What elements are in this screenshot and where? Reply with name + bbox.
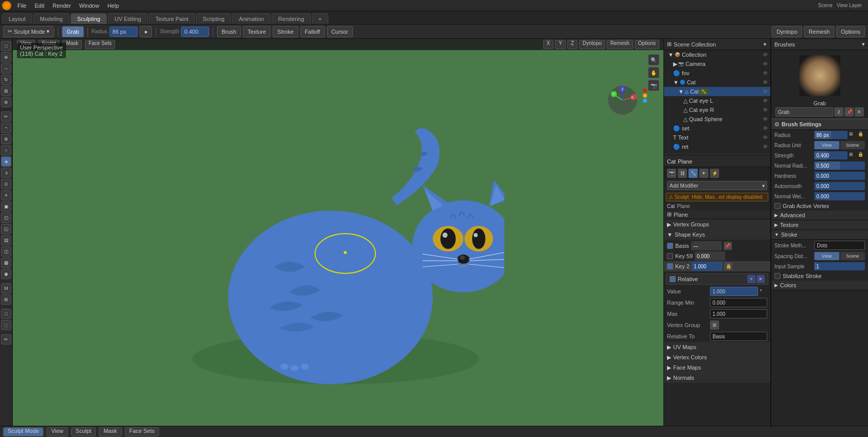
lt-multiplane-scrape[interactable]: ◱ bbox=[1, 224, 11, 234]
relative-plus[interactable]: + bbox=[747, 275, 755, 283]
remesh-btn[interactable]: Remesh bbox=[804, 26, 834, 37]
basis-pin[interactable]: 📌 bbox=[724, 242, 732, 250]
lt-layer[interactable]: ▤ bbox=[1, 235, 11, 245]
key2-lock[interactable]: 🔒 bbox=[724, 262, 732, 270]
spacing-dist-scene-btn[interactable]: Scene bbox=[840, 252, 865, 260]
tab-add[interactable]: + bbox=[312, 13, 328, 24]
modifier-icon-modifier[interactable]: 🔧 bbox=[688, 169, 698, 178]
outliner-row-fov[interactable]: 🔵 fov 👁 bbox=[664, 68, 770, 78]
sculpt-btn[interactable]: Sculpt bbox=[71, 427, 96, 436]
lt-mask[interactable]: M bbox=[1, 283, 11, 293]
radius-slider[interactable]: 86 px bbox=[814, 131, 848, 139]
normal-radius-slider[interactable]: 0.500 bbox=[814, 162, 865, 170]
ret-visibility[interactable]: 👁 bbox=[763, 144, 768, 150]
normal-weight-slider[interactable]: 0.000 bbox=[814, 192, 865, 200]
dyntopo-btn[interactable]: Dyntopo bbox=[772, 26, 802, 37]
normals-header[interactable]: ▶ Normals bbox=[664, 373, 770, 383]
lt-inflate[interactable]: ○ bbox=[1, 145, 11, 155]
grab-av-checkbox[interactable] bbox=[774, 203, 781, 209]
face-maps-header[interactable]: ▶ Face Maps bbox=[664, 362, 770, 373]
menu-help[interactable]: Help bbox=[103, 0, 123, 11]
stroke-section[interactable]: ▼ Stroke bbox=[771, 230, 868, 240]
lt-select-box[interactable]: □ bbox=[1, 41, 11, 51]
lt-cursor[interactable]: ⊕ bbox=[1, 52, 11, 62]
lt-snake-hook[interactable]: ↄ bbox=[1, 168, 11, 178]
tab-rendering[interactable]: Rendering bbox=[272, 13, 311, 24]
outliner-row-cat-eye-l[interactable]: △ Cat eye L 👁 bbox=[664, 96, 770, 105]
quad-sphere-visibility[interactable]: 👁 bbox=[763, 116, 768, 122]
texture-dropdown[interactable]: Texture bbox=[243, 26, 271, 37]
key59-value[interactable]: 0.000 bbox=[695, 251, 725, 261]
radius-lock-btn[interactable]: 🔒 bbox=[858, 131, 865, 139]
view-btn[interactable]: View bbox=[47, 427, 68, 436]
tab-texture-paint[interactable]: Texture Paint bbox=[149, 13, 195, 24]
outliner-row-cat-eye-r[interactable]: △ Cat eye R 👁 bbox=[664, 105, 770, 114]
input-sample-slider[interactable]: 1 bbox=[814, 262, 865, 270]
stroke-method-val[interactable]: Dots bbox=[814, 241, 865, 250]
spacing-dist-view-btn[interactable]: View bbox=[814, 252, 839, 260]
lt-pinch[interactable]: ⊗ bbox=[1, 134, 11, 144]
vp-y-axis[interactable]: Y bbox=[555, 40, 566, 49]
outliner-row-camera[interactable]: ▶ 📷 Camera 👁 bbox=[664, 59, 770, 68]
texture-section[interactable]: ▶ Texture bbox=[771, 220, 868, 230]
tab-uv-editing[interactable]: UV Editing bbox=[108, 13, 148, 24]
key59-row[interactable]: Key 59 0.000 bbox=[664, 251, 770, 261]
radius-input[interactable] bbox=[109, 27, 138, 37]
cat-mesh-visibility[interactable]: 👁 bbox=[763, 88, 768, 95]
lt-scale[interactable]: ⊞ bbox=[1, 86, 11, 96]
blender-logo[interactable] bbox=[2, 1, 11, 10]
stabilize-checkbox[interactable] bbox=[774, 273, 781, 279]
eye-l-visibility[interactable]: 👁 bbox=[763, 98, 768, 104]
cursor-dropdown[interactable]: Cursor bbox=[327, 26, 353, 37]
vp-z-axis[interactable]: Z bbox=[567, 40, 577, 49]
outliner-row-ret[interactable]: 🔵 ret 👁 bbox=[664, 142, 770, 151]
rmt-zoom-in[interactable]: 🔍 bbox=[648, 54, 659, 65]
tab-modeling[interactable]: Modeling bbox=[33, 13, 70, 24]
range-max-field[interactable]: 1.000 bbox=[710, 309, 767, 318]
vertex-groups-header[interactable]: ▶ Vertex Groups bbox=[664, 219, 770, 229]
plane-section-header[interactable]: ⊞ Plane bbox=[664, 210, 770, 219]
stroke-dropdown[interactable]: Stroke bbox=[273, 26, 298, 37]
viewport[interactable]: View Sculpt Mask Face Sets X Y Z Dyntopo… bbox=[13, 39, 663, 426]
strength-slider[interactable]: 0.400 bbox=[814, 151, 848, 159]
vertex-group-icon[interactable]: ⊞ bbox=[710, 320, 719, 330]
lt-clay[interactable]: ◫ bbox=[1, 246, 11, 257]
lt-box-mask[interactable]: □ bbox=[1, 309, 11, 319]
add-modifier-dropdown[interactable]: Add Modifier ▾ bbox=[667, 181, 767, 190]
lt-rotate[interactable]: ↻ bbox=[1, 75, 11, 85]
radius-dots-btn[interactable]: ⊞ bbox=[849, 131, 856, 139]
lt-move[interactable]: ↔ bbox=[1, 63, 11, 74]
strength-input[interactable] bbox=[181, 27, 209, 37]
brush-dropdown[interactable]: Brush bbox=[217, 26, 241, 37]
brush-name-input[interactable]: Grab bbox=[775, 107, 833, 117]
key2-row[interactable]: Key 2 1.000 🔒 bbox=[664, 261, 770, 271]
range-min-field[interactable]: 0.000 bbox=[710, 298, 767, 307]
key2-value[interactable]: 1.000 bbox=[692, 262, 722, 271]
text-visibility[interactable]: 👁 bbox=[763, 134, 768, 141]
radius-toggle-btn[interactable]: ● bbox=[140, 26, 152, 37]
menu-edit[interactable]: Edit bbox=[31, 0, 49, 11]
camera-visibility[interactable]: 👁 bbox=[763, 61, 768, 67]
sculpt-mode-btn[interactable]: Sculpt Mode bbox=[3, 427, 43, 436]
key59-checkbox[interactable] bbox=[667, 253, 673, 259]
relative-minus[interactable]: ✕ bbox=[756, 275, 765, 283]
vp-dyntopo-toggle[interactable]: Dyntopo bbox=[579, 40, 605, 49]
fov-visibility[interactable]: 👁 bbox=[763, 70, 768, 76]
vp-remesh-toggle[interactable]: Remesh bbox=[607, 40, 633, 49]
outliner-row-set[interactable]: 🔵 set 👁 bbox=[664, 124, 770, 133]
mode-select-btn[interactable]: ✂ Sculpt Mode ▾ bbox=[3, 26, 54, 37]
vp-x-axis[interactable]: X bbox=[543, 40, 554, 49]
menu-file[interactable]: File bbox=[13, 0, 31, 11]
relative-to-field[interactable]: Basis bbox=[710, 332, 767, 341]
brushes-expand-btn[interactable]: ▾ bbox=[862, 41, 865, 48]
vertex-colors-header[interactable]: ▶ Vertex Colors bbox=[664, 352, 770, 362]
outliner-row-quad-sphere[interactable]: △ Quad Sphere 👁 bbox=[664, 114, 770, 124]
advanced-section[interactable]: ▶ Advanced bbox=[771, 211, 868, 220]
value-field[interactable]: 1.000 bbox=[710, 287, 758, 296]
menu-render[interactable]: Render bbox=[49, 0, 75, 11]
modifier-icon-camera[interactable]: 📷 bbox=[667, 169, 676, 178]
hardness-slider[interactable]: 0.000 bbox=[814, 172, 865, 180]
menu-window[interactable]: Window bbox=[75, 0, 103, 11]
outliner-row-text[interactable]: T Text 👁 bbox=[664, 133, 770, 142]
eye-r-visibility[interactable]: 👁 bbox=[763, 107, 768, 113]
